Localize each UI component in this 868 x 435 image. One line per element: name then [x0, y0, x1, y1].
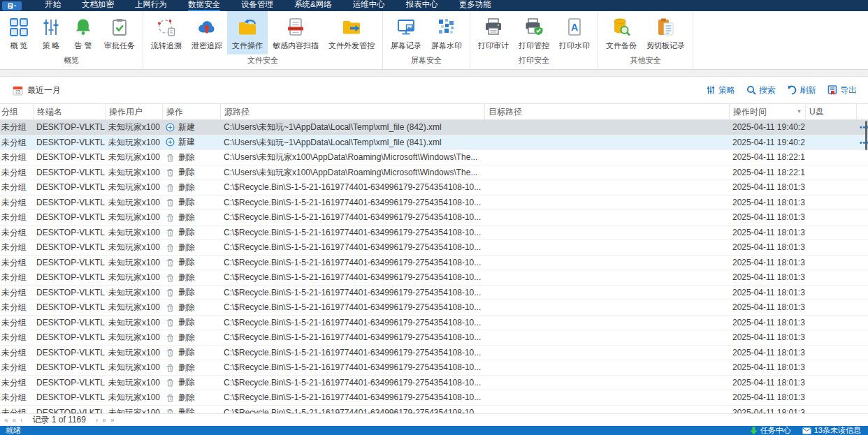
cell-operation: 新建 — [162, 120, 220, 135]
operation-label: 删除 — [178, 376, 195, 390]
next-group-button[interactable]: » — [102, 415, 106, 426]
table-row[interactable]: 未分组DESKTOP-VLKTLE1未知玩家x100删除C:\$Recycle.… — [0, 286, 868, 301]
column-header-terminal[interactable]: 终端名 — [33, 104, 105, 119]
column-header-user[interactable]: 操作用户 — [105, 104, 162, 119]
cell-operation: 删除 — [162, 360, 220, 375]
tab-ops-center[interactable]: 运维中心 — [342, 0, 396, 11]
cell-menu — [856, 286, 868, 300]
table-row[interactable]: 未分组DESKTOP-VLKTLE1未知玩家x100删除C:\Users\未知玩… — [0, 150, 868, 165]
refresh-button[interactable]: 刷新 — [787, 84, 816, 96]
next-record-button[interactable]: › — [96, 415, 98, 426]
tab-web-behavior[interactable]: 上网行为 — [124, 0, 178, 11]
table-row[interactable]: 未分组DESKTOP-VLKTLE1未知玩家x100删除C:\$Recycle.… — [0, 330, 868, 346]
ribbon-item-overview[interactable]: 概 览 — [3, 11, 35, 54]
date-range-filter[interactable]: 23 最近一月 — [13, 84, 61, 96]
policy-button[interactable]: 策略 — [706, 84, 735, 96]
ribbon-item-file-backup[interactable]: 文件备份 — [601, 11, 642, 54]
table-row[interactable]: 未分组DESKTOP-VLKTLE1未知玩家x100删除C:\$Recycle.… — [0, 256, 868, 271]
ribbon-item-clipboard-log[interactable]: 剪切板记录 — [642, 11, 690, 54]
cell-menu — [856, 150, 868, 165]
cell-time: 2025-04-11 18:01:38 — [729, 210, 805, 225]
ribbon-item-approval-tasks[interactable]: 审批任务 — [99, 11, 140, 54]
cell-menu — [856, 300, 868, 315]
first-page-button[interactable]: « — [4, 415, 8, 426]
ribbon-item-alerts[interactable]: 告 警 — [67, 11, 99, 54]
column-header-operation[interactable]: 操作 — [162, 104, 220, 119]
tab-doc-encryption[interactable]: 文档加密 — [71, 0, 124, 11]
table-row[interactable]: 未分组DESKTOP-VLKTLE1未知玩家x100删除C:\$Recycle.… — [0, 196, 868, 211]
ribbon-item-sensitive-content-scan[interactable]: 敏感内容扫描 — [268, 11, 324, 54]
table-row[interactable]: 未分组DESKTOP-VLKTLE1未知玩家x100删除C:\$Recycle.… — [0, 226, 868, 241]
operation-label: 删除 — [178, 316, 195, 330]
prev-group-button[interactable]: « — [13, 415, 17, 426]
ribbon-item-flow-trace[interactable]: 流转追溯 — [146, 11, 187, 54]
ribbon-item-policy[interactable]: 策 略 — [35, 11, 67, 54]
table-body: 未分组DESKTOP-VLKTLE1未知玩家x100新建C:\Users\未知玩… — [0, 120, 868, 413]
prev-record-button[interactable]: ‹ — [20, 415, 22, 426]
ribbon-item-print-control[interactable]: 打印管控 — [514, 11, 554, 54]
table-row[interactable]: 未分组DESKTOP-VLKTLE1未知玩家x100删除C:\$Recycle.… — [0, 376, 868, 391]
cell-usb — [805, 120, 856, 135]
task-center-label: 任务中心 — [760, 426, 791, 435]
table-row[interactable]: 未分组DESKTOP-VLKTLE1未知玩家x100删除C:\$Recycle.… — [0, 210, 868, 226]
cell-time: 2025-04-11 18:01:38 — [729, 316, 805, 330]
cell-target-path — [484, 120, 729, 135]
cell-operation: 删除 — [162, 256, 220, 270]
export-button[interactable]: 导出 — [827, 84, 857, 96]
print-control-shield-icon — [523, 15, 544, 40]
vertical-scrollbar-thumb[interactable] — [865, 121, 867, 150]
ribbon-group-label: 其他安全 — [601, 54, 690, 69]
table-row[interactable]: 未分组DESKTOP-VLKTLE1未知玩家x100删除C:\$Recycle.… — [0, 316, 868, 331]
tab-system-network[interactable]: 系统&网络 — [284, 0, 342, 11]
search-button[interactable]: 搜索 — [746, 84, 776, 96]
delete-trash-icon — [166, 348, 175, 357]
table-row[interactable]: 未分组DESKTOP-VLKTLE1未知玩家x100删除C:\$Recycle.… — [0, 346, 868, 361]
ribbon-item-screen-recording[interactable]: 屏幕记录 — [386, 11, 426, 54]
sort-dropdown-icon[interactable]: ▼ — [797, 104, 802, 119]
cell-source-path: C:\Users\未知玩~1\AppData\Local\Temp\xml_fi… — [220, 135, 484, 150]
file-operations-folder-icon — [237, 15, 258, 40]
table-row[interactable]: 未分组DESKTOP-VLKTLE1未知玩家x100删除C:\$Recycle.… — [0, 180, 868, 196]
table-row[interactable]: 未分组DESKTOP-VLKTLE1未知玩家x100删除C:\$Recycle.… — [0, 240, 868, 256]
table-row[interactable]: 未分组DESKTOP-VLKTLE1未知玩家x100删除C:\$Recycle.… — [0, 360, 868, 376]
operation-label: 删除 — [178, 256, 195, 270]
column-header-group[interactable]: 分组 — [0, 104, 33, 119]
column-header-time[interactable]: 操作时间 ▼ — [729, 104, 805, 119]
status-bar: 就绪 任务中心 13条未读信息 — [0, 426, 868, 435]
task-center-button[interactable]: 任务中心 — [750, 426, 791, 435]
cell-target-path — [484, 316, 729, 330]
ribbon-item-label: 策 略 — [42, 40, 59, 51]
ribbon-item-outgoing-file-control[interactable]: 文件外发管控 — [324, 11, 379, 54]
last-page-button[interactable]: » — [110, 415, 115, 426]
ribbon-item-screen-watermark[interactable]: 屏幕水印 — [426, 11, 467, 54]
unread-messages-button[interactable]: 13条未读信息 — [802, 426, 861, 435]
tab-start[interactable]: 开始 — [34, 0, 71, 11]
tab-device-management[interactable]: 设备管理 — [231, 0, 284, 11]
ribbon-item-label: 流转追溯 — [151, 40, 182, 51]
column-header-source[interactable]: 源路径 — [220, 104, 484, 119]
ribbon-group-screen-security: 屏幕记录 屏幕水印 屏幕安全 — [383, 11, 470, 69]
cell-operation: 删除 — [162, 330, 220, 345]
table-row[interactable]: 未分组DESKTOP-VLKTLE1未知玩家x100删除C:\Users\未知玩… — [0, 165, 868, 181]
tab-more-features[interactable]: 更多功能 — [449, 0, 502, 11]
ribbon-item-print-audit[interactable]: 打印审计 — [473, 11, 514, 54]
table-row[interactable]: 未分组DESKTOP-VLKTLE1未知玩家x100新建C:\Users\未知玩… — [0, 120, 868, 135]
cell-user: 未知玩家x100 — [105, 226, 162, 240]
cell-user: 未知玩家x100 — [105, 270, 162, 285]
ribbon-item-file-operations[interactable]: 文件操作 — [227, 11, 268, 54]
cell-time: 2025-04-11 18:01:38 — [729, 256, 805, 270]
table-row[interactable]: 未分组DESKTOP-VLKTLE1未知玩家x100删除C:\$Recycle.… — [0, 390, 868, 406]
print-watermark-document-icon: A — [564, 15, 585, 40]
column-header-usb[interactable]: U盘 — [805, 104, 856, 119]
app-menu-button[interactable]: ▾ — [2, 1, 22, 10]
tab-report-center[interactable]: 报表中心 — [396, 0, 449, 11]
table-row[interactable]: 未分组DESKTOP-VLKTLE1未知玩家x100新建C:\Users\未知玩… — [0, 135, 868, 151]
ribbon-item-print-watermark[interactable]: A 打印水印 — [554, 11, 595, 54]
table-row[interactable]: 未分组DESKTOP-VLKTLE1未知玩家x100删除C:\$Recycle.… — [0, 406, 868, 414]
tab-data-security[interactable]: 数据安全 — [178, 0, 231, 11]
table-row[interactable]: 未分组DESKTOP-VLKTLE1未知玩家x100删除C:\$Recycle.… — [0, 300, 868, 316]
delete-trash-icon — [166, 273, 175, 282]
ribbon-item-leak-tracking[interactable]: 泄密追踪 — [187, 11, 227, 54]
table-row[interactable]: 未分组DESKTOP-VLKTLE1未知玩家x100删除C:\$Recycle.… — [0, 270, 868, 286]
column-header-target[interactable]: 目标路径 — [484, 104, 729, 119]
